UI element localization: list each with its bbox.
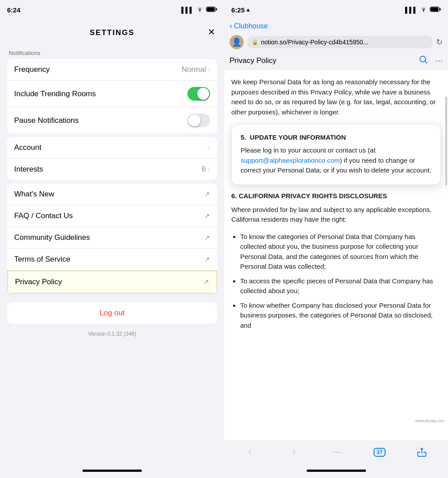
signal-icon: ▌▌▌ [181, 7, 194, 13]
notifications-group: Frequency Normal › Include Trending Room… [7, 59, 217, 133]
svg-point-0 [199, 11, 200, 12]
browser-content[interactable]: We keep Personal Data for as long as rea… [224, 70, 448, 441]
share-button[interactable] [413, 444, 430, 461]
version-text: Version 0.1.32 (348) [0, 327, 224, 344]
whats-new-row[interactable]: What's New ↗ [7, 184, 217, 205]
svg-line-9 [425, 61, 427, 63]
trending-rooms-label: Include Trending Rooms [14, 90, 187, 98]
svg-point-8 [420, 56, 426, 62]
interests-row[interactable]: Interests 6 › [7, 159, 217, 180]
account-row[interactable]: Account › [7, 137, 217, 159]
toggle-knob-2 [188, 114, 200, 126]
bullet-item-3: To know whether Company has disclosed yo… [240, 301, 441, 331]
settings-content: Notifications Frequency Normal › Include… [0, 44, 224, 463]
external-link-icon-3: ↗ [204, 234, 210, 242]
frequency-row[interactable]: Frequency Normal › [7, 59, 217, 81]
browser-forward-button[interactable] [286, 444, 302, 460]
wifi-icon-right [420, 7, 427, 13]
logout-button[interactable]: Log out [7, 302, 217, 324]
bullet-list: To know the categories of Personal Data … [240, 232, 441, 331]
wifi-icon [196, 7, 203, 13]
popup-email-link[interactable]: support@alphaexplorationco.com [241, 157, 340, 164]
terms-row[interactable]: Terms of Service ↗ [7, 249, 217, 270]
interests-chevron-icon: › [208, 165, 210, 173]
url-bar-container: 👤 🔒 notion.so/Privacy-Policy-cd4b415950.… [224, 33, 448, 53]
toggle-knob [197, 88, 209, 100]
back-label: Clubhouse [234, 22, 268, 30]
section6-heading: 6. CALIFORNIA PRIVACY RIGHTS DISCLOSURES [231, 192, 441, 200]
status-icons-left: ▌▌▌ [181, 7, 217, 13]
settings-modal: SETTINGS ✕ Notifications Frequency Norma… [0, 20, 224, 463]
bullet-item-1: To know the categories of Personal Data … [240, 232, 441, 272]
section6-intro: Where provided for by law and subject to… [231, 205, 441, 225]
svg-rect-7 [431, 7, 439, 11]
external-link-icon-4: ↗ [204, 255, 210, 263]
home-indicator-right [224, 463, 448, 478]
trending-rooms-toggle[interactable] [187, 87, 210, 101]
popup-section-number: 5. UPDATE YOUR INFORMATION [241, 133, 432, 141]
settings-header: SETTINGS ✕ [0, 20, 224, 44]
tab-title: Privacy Policy [230, 56, 418, 65]
status-bar-left: 6:24 ▌▌▌ [0, 0, 224, 20]
account-label: Account [14, 143, 208, 152]
url-bar[interactable]: 🔒 notion.so/Privacy-Policy-cd4b415950... [247, 36, 432, 48]
browser-toolbar: ··· 37 [224, 441, 448, 463]
faq-row[interactable]: FAQ / Contact Us ↗ [7, 205, 217, 227]
external-link-icon: ↗ [204, 190, 210, 198]
browser-tab-bar: Privacy Policy ··· [224, 53, 448, 70]
home-indicator-left [0, 463, 224, 478]
svg-point-4 [423, 11, 424, 12]
trending-rooms-row: Include Trending Rooms [7, 81, 217, 107]
back-link[interactable]: ‹ Clubhouse [230, 21, 268, 31]
privacy-policy-label: Privacy Policy [15, 278, 203, 286]
whats-new-label: What's New [14, 190, 204, 199]
browser-panel: 6:25 ▲ ▌▌▌ ‹ [224, 0, 448, 478]
status-time-right: 6:25 [231, 6, 245, 14]
popup-body-text: Please log in to your account or contact… [241, 145, 432, 176]
account-group: Account › Interests 6 › [7, 137, 217, 180]
community-guidelines-row[interactable]: Community Guidelines ↗ [7, 227, 217, 249]
frequency-label: Frequency [14, 65, 182, 74]
frequency-chevron-icon: › [208, 66, 210, 74]
more-button[interactable]: ··· [435, 55, 443, 66]
external-link-icon-5: ↗ [203, 278, 209, 286]
settings-panel: 6:24 ▌▌▌ SETTINGS [0, 0, 224, 478]
notifications-section-label: Notifications [0, 44, 224, 59]
pause-notifications-toggle[interactable] [187, 114, 210, 127]
lock-icon: 🔒 [252, 39, 258, 45]
community-guidelines-label: Community Guidelines [14, 233, 204, 242]
privacy-policy-row[interactable]: Privacy Policy ↗ [7, 270, 217, 294]
close-button[interactable]: ✕ [208, 27, 215, 37]
svg-rect-2 [216, 8, 217, 10]
external-link-icon-2: ↗ [204, 212, 210, 220]
svg-rect-3 [207, 7, 215, 11]
search-button[interactable] [418, 55, 428, 67]
popup-body-1: Please log in to your account or contact… [241, 146, 375, 154]
frequency-value: Normal [182, 65, 206, 74]
browser-back-button[interactable] [242, 444, 258, 460]
account-chevron-icon: › [208, 144, 210, 152]
scrollbar-thumb[interactable] [445, 97, 447, 185]
home-bar-right [307, 470, 366, 472]
terms-label: Terms of Service [14, 255, 204, 264]
browser-avatar: 👤 [230, 35, 244, 49]
popup-card: 5. UPDATE YOUR INFORMATION Please log in… [231, 124, 441, 185]
home-bar-left [82, 470, 142, 472]
tab-actions: ··· [418, 55, 443, 67]
browser-nav-bar: ‹ Clubhouse [224, 20, 448, 33]
bullet-item-2: To access the specific pieces of Persona… [240, 276, 441, 296]
battery-icon [206, 7, 217, 13]
faq-label: FAQ / Contact Us [14, 212, 204, 220]
interests-label: Interests [14, 165, 202, 174]
settings-title: SETTINGS [90, 28, 134, 37]
status-time-left: 6:24 [7, 6, 20, 14]
logout-section: Log out [7, 302, 217, 324]
refresh-button[interactable]: ↻ [436, 37, 443, 47]
intro-text: We keep Personal Data for as long as rea… [231, 77, 441, 117]
tab-count-button[interactable]: 37 [374, 448, 386, 457]
url-text: notion.so/Privacy-Policy-cd4b415950... [261, 39, 428, 46]
location-icon: ▲ [245, 7, 251, 13]
browser-more-button[interactable]: ··· [330, 445, 345, 460]
scrollbar-track [445, 70, 447, 441]
status-bar-right: 6:25 ▲ ▌▌▌ [224, 0, 448, 20]
